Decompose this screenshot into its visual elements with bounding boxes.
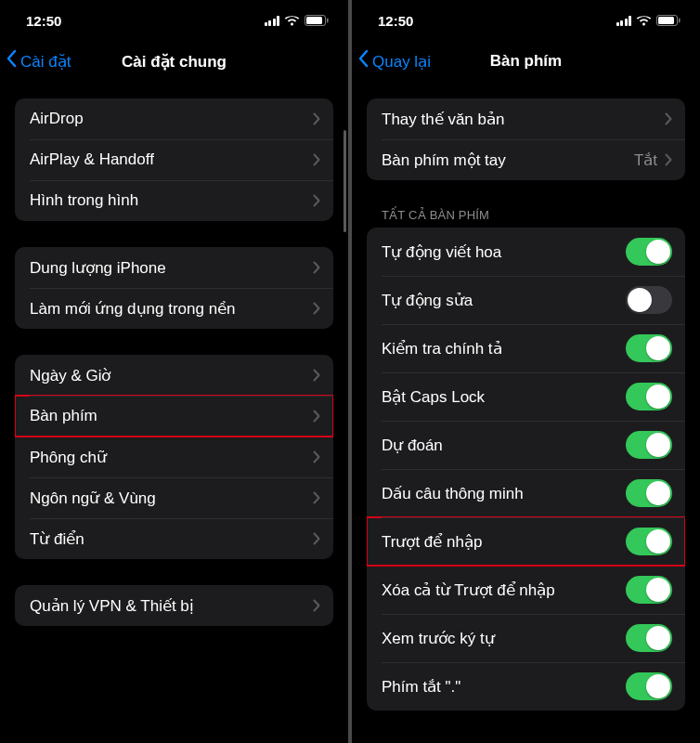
row-label: Xóa cả từ Trượt để nhập [382, 580, 626, 600]
row-label: Dấu câu thông minh [382, 484, 626, 503]
wifi-icon [284, 15, 300, 26]
row-label: Bàn phím [30, 407, 313, 425]
settings-content[interactable]: Thay thế văn bảnBàn phím một tayTắtTẤT C… [352, 82, 700, 743]
settings-row: Trượt để nhập [367, 517, 685, 566]
settings-content[interactable]: AirDropAirPlay & HandoffHình trong hìnhD… [0, 82, 348, 743]
settings-row[interactable]: Phông chữ [15, 437, 333, 477]
row-label: Tự động viết hoa [382, 242, 626, 262]
settings-row[interactable]: Quản lý VPN & Thiết bị [15, 585, 333, 626]
back-button[interactable]: Cài đặt [6, 41, 71, 82]
chevron-right-icon [313, 410, 320, 423]
settings-row: Xóa cả từ Trượt để nhập [367, 566, 685, 614]
row-label: AirPlay & Handoff [30, 150, 313, 169]
toggle-switch[interactable] [626, 576, 672, 604]
settings-row: Xem trước ký tự [367, 614, 685, 662]
back-label: Quay lại [372, 52, 431, 72]
toggle-switch[interactable] [626, 431, 672, 459]
settings-group: AirDropAirPlay & HandoffHình trong hình [15, 98, 333, 221]
status-bar: 12:50 [352, 0, 700, 41]
status-indicators [616, 15, 682, 26]
settings-row: Bật Caps Lock [367, 372, 685, 421]
settings-row: Tự động viết hoa [367, 228, 685, 276]
cellular-signal-icon [265, 16, 280, 26]
svg-rect-5 [679, 19, 681, 23]
scroll-indicator[interactable] [344, 130, 346, 232]
settings-row[interactable]: AirPlay & Handoff [15, 139, 333, 180]
settings-row[interactable]: Bàn phím [15, 396, 333, 437]
row-label: Dự đoán [382, 436, 626, 455]
cellular-signal-icon [616, 16, 632, 26]
chevron-right-icon [313, 532, 320, 545]
settings-row[interactable]: Ngày & Giờ [15, 355, 333, 396]
toggle-switch[interactable] [626, 672, 672, 700]
row-label: Dung lượng iPhone [30, 258, 313, 278]
toggle-switch[interactable] [626, 286, 672, 314]
row-label: Ngày & Giờ [30, 366, 313, 385]
chevron-right-icon [313, 491, 320, 504]
svg-rect-1 [306, 17, 322, 24]
settings-row[interactable]: AirDrop [15, 98, 333, 139]
settings-row: Dự đoán [367, 421, 685, 469]
chevron-right-icon [313, 599, 320, 612]
row-label: Hình trong hình [30, 191, 313, 210]
page-title: Bàn phím [490, 52, 562, 71]
chevron-right-icon [313, 369, 320, 382]
settings-row[interactable]: Thay thế văn bản [367, 98, 685, 139]
chevron-right-icon [313, 450, 320, 463]
toggle-switch[interactable] [626, 334, 672, 362]
toggle-switch[interactable] [626, 383, 672, 411]
toggle-switch[interactable] [626, 624, 672, 652]
row-label: Từ điển [30, 529, 313, 549]
toggle-switch[interactable] [626, 479, 672, 507]
row-detail: Tắt [634, 150, 657, 170]
settings-group: Ngày & GiờBàn phímPhông chữNgôn ngữ & Vù… [15, 355, 333, 559]
settings-group: Tự động viết hoaTự động sửaKiểm tra chín… [367, 228, 685, 710]
settings-row: Tự động sửa [367, 276, 685, 324]
row-label: Phím tắt "." [382, 677, 626, 697]
phone-screen-general: 12:50 Cài đặt Cài đặt chung AirDropAirPl… [0, 0, 348, 743]
row-label: Làm mới ứng dụng trong nền [30, 299, 313, 319]
nav-header: Cài đặt Cài đặt chung [0, 41, 348, 82]
row-label: Quản lý VPN & Thiết bị [30, 596, 313, 616]
back-button[interactable]: Quay lại [357, 41, 431, 82]
battery-icon [656, 15, 681, 26]
chevron-left-icon [6, 49, 17, 72]
page-title: Cài đặt chung [122, 52, 227, 72]
chevron-right-icon [313, 261, 320, 274]
settings-row[interactable]: Bàn phím một tayTắt [367, 139, 685, 180]
svg-rect-4 [658, 17, 674, 24]
back-label: Cài đặt [20, 52, 71, 72]
settings-row: Phím tắt "." [367, 662, 685, 710]
row-label: Bàn phím một tay [382, 150, 634, 170]
chevron-right-icon [313, 194, 320, 207]
row-label: Thay thế văn bản [382, 110, 665, 129]
settings-group: Thay thế văn bảnBàn phím một tayTắt [367, 98, 685, 180]
settings-row[interactable]: Từ điển [15, 518, 333, 559]
settings-row[interactable]: Ngôn ngữ & Vùng [15, 477, 333, 518]
wifi-icon [636, 15, 652, 26]
settings-row[interactable]: Làm mới ứng dụng trong nền [15, 288, 333, 329]
status-indicators [265, 15, 331, 26]
settings-row: Dấu câu thông minh [367, 469, 685, 517]
status-bar: 12:50 [0, 0, 348, 41]
row-label: Ngôn ngữ & Vùng [30, 489, 313, 508]
phone-screen-keyboard: 12:50 Quay lại Bàn phím Thay thế văn bản… [352, 0, 700, 743]
toggle-switch[interactable] [626, 238, 672, 266]
settings-group: Quản lý VPN & Thiết bị [15, 585, 333, 626]
settings-group: Dung lượng iPhoneLàm mới ứng dụng trong … [15, 247, 333, 329]
row-label: AirDrop [30, 110, 313, 128]
status-time: 12:50 [26, 13, 61, 29]
chevron-right-icon [313, 302, 320, 315]
svg-rect-2 [327, 19, 329, 23]
status-time: 12:50 [378, 13, 413, 29]
settings-row[interactable]: Hình trong hình [15, 180, 333, 221]
chevron-right-icon [665, 153, 672, 166]
row-label: Phông chữ [30, 448, 313, 467]
toggle-switch[interactable] [626, 528, 672, 555]
nav-header: Quay lại Bàn phím [352, 41, 700, 82]
settings-row: Kiểm tra chính tả [367, 324, 685, 372]
section-header: TẤT CẢ BÀN PHÍM [382, 208, 685, 222]
row-label: Trượt để nhập [382, 532, 626, 552]
settings-row[interactable]: Dung lượng iPhone [15, 247, 333, 288]
chevron-left-icon [357, 49, 369, 72]
